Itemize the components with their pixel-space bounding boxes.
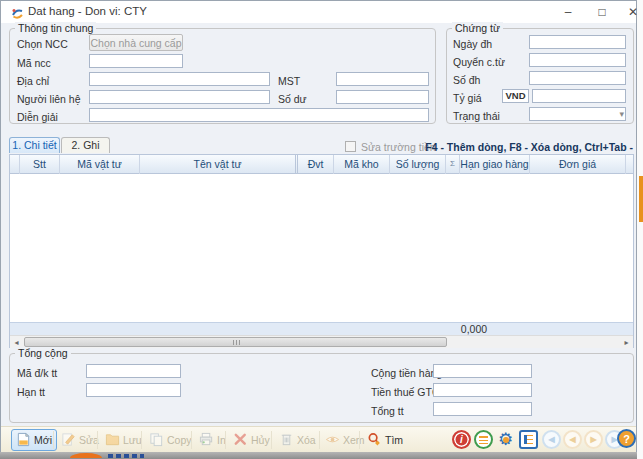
order-number-label: Số đh <box>453 74 480 86</box>
currency-box: VND <box>502 89 529 103</box>
document-legend: Chứng từ <box>452 22 503 34</box>
scroll-right-icon[interactable]: ▸ <box>620 336 633 349</box>
book-input[interactable] <box>529 53 626 67</box>
col-stt[interactable]: Stt <box>20 155 60 174</box>
save-button[interactable]: Lưu <box>101 429 146 451</box>
col-ma-vat-tu[interactable]: Mã vật tư <box>60 155 140 174</box>
order-date-label: Ngày đh <box>453 38 492 50</box>
chevron-down-icon: ▾ <box>619 108 624 121</box>
status-dropdown[interactable]: ▾ <box>529 107 626 121</box>
grid-summary-row: 0,000 <box>10 322 633 335</box>
printer-icon <box>199 432 214 449</box>
col-filler <box>626 155 633 174</box>
thumb-grip <box>233 340 240 345</box>
window-title: Dat hang - Don vi: CTY <box>28 5 147 17</box>
gear-icon[interactable]: ⚙ <box>496 430 515 449</box>
background-taskbar-strip <box>0 452 637 459</box>
general-info-legend: Thông tin chung <box>15 22 96 34</box>
row-indicator-header <box>10 155 20 174</box>
scrollbar-thumb[interactable] <box>24 337 447 347</box>
maximize-icon[interactable]: □ <box>589 1 615 23</box>
new-button[interactable]: Mới <box>11 429 57 451</box>
bottom-toolbar: Mới Sửa Lưu Copy In <box>1 426 636 452</box>
payment-term-code-label: Mã đ/k tt <box>17 367 57 379</box>
balance-label: Số dư <box>278 93 307 105</box>
tax-code-input[interactable] <box>336 72 429 86</box>
exchange-rate-input[interactable] <box>532 89 626 103</box>
payment-due-input[interactable] <box>86 383 181 397</box>
background-logo-swoosh <box>70 453 102 458</box>
payment-due-label: Hạn tt <box>17 386 45 398</box>
description-input[interactable] <box>89 108 429 122</box>
contact-person-label: Người liên hệ <box>17 93 81 105</box>
exchange-rate-label: Tỷ giá <box>453 92 482 104</box>
book-label: Quyển c.từ <box>453 56 505 68</box>
address-label: Địa chỉ <box>17 75 49 87</box>
contact-person-input[interactable] <box>89 90 270 104</box>
report-icon[interactable] <box>519 430 538 449</box>
address-input[interactable] <box>89 72 270 86</box>
totals-legend: Tổng cộng <box>15 347 71 359</box>
grand-total-label: Tổng tt <box>371 405 404 417</box>
view-button[interactable]: Xem <box>321 429 369 451</box>
background-logo-text <box>108 454 144 458</box>
eye-icon <box>325 432 340 449</box>
balance-input[interactable] <box>336 90 429 104</box>
tab-ghi-chu[interactable]: 2. Ghi chú <box>61 137 110 153</box>
col-ten-vat-tu[interactable]: Tên vật tư <box>140 155 298 174</box>
horizontal-scrollbar[interactable]: ◂ ▸ <box>10 335 633 348</box>
supplier-picker-label: Chọn NCC <box>17 38 68 50</box>
supplier-code-label: Mã ncc <box>17 57 51 69</box>
nav-first-icon[interactable]: ◀ <box>542 430 561 449</box>
edit-money-fields-checkbox[interactable] <box>345 141 356 152</box>
search-icon <box>367 432 382 449</box>
sigma-icon[interactable]: Σ <box>446 155 460 174</box>
tax-code-label: MST <box>278 75 300 87</box>
status-label: Trạng thái <box>453 110 500 122</box>
nav-prev-icon[interactable]: ◀ <box>563 430 582 449</box>
grand-total-input[interactable] <box>433 402 532 416</box>
goods-total-input[interactable] <box>433 364 532 378</box>
description-label: Diễn giải <box>17 111 58 123</box>
background-peek <box>637 0 643 459</box>
grid-body-empty[interactable] <box>10 174 633 322</box>
payment-term-code-input[interactable] <box>86 364 181 378</box>
trash-icon <box>279 432 294 449</box>
minimize-icon[interactable]: – <box>555 1 581 23</box>
copy-icon <box>149 432 164 449</box>
vat-amount-input[interactable] <box>433 383 532 397</box>
app-window: Dat hang - Don vi: CTY – □ ✕ Thông tin c… <box>0 0 637 452</box>
pencil-icon <box>61 432 76 449</box>
col-don-gia[interactable]: Đơn giá <box>530 155 626 174</box>
col-dvt[interactable]: Đvt <box>298 155 334 174</box>
background-orange-strip <box>639 176 643 222</box>
info-icon[interactable]: i <box>452 430 471 449</box>
red-x-icon <box>233 432 248 449</box>
folder-icon <box>105 432 120 449</box>
order-date-input[interactable] <box>529 35 626 49</box>
col-so-luong[interactable]: Số lượng <box>390 155 446 174</box>
edit-button[interactable]: Sửa <box>57 429 103 451</box>
col-han-giao-hang[interactable]: Hạn giao hàng <box>460 155 530 174</box>
screen: Dat hang - Don vi: CTY – □ ✕ Thông tin c… <box>0 0 643 459</box>
copy-button[interactable]: Copy <box>145 429 196 451</box>
col-ma-kho[interactable]: Mã kho <box>334 155 390 174</box>
nav-next-icon[interactable]: ▶ <box>584 430 603 449</box>
new-document-icon <box>16 432 31 449</box>
cancel-button[interactable]: Hủy <box>229 429 274 451</box>
find-button[interactable]: Tìm <box>363 429 407 451</box>
detail-grid: Stt Mã vật tư Tên vật tư Đvt Mã kho Số l… <box>9 154 634 348</box>
list-icon[interactable] <box>474 430 493 449</box>
delete-button[interactable]: Xóa <box>275 429 320 451</box>
order-number-input[interactable] <box>529 71 626 85</box>
grid-header-row: Stt Mã vật tư Tên vật tư Đvt Mã kho Số l… <box>10 155 633 174</box>
choose-supplier-button[interactable]: Chọn nhà cung cấp <box>89 34 183 51</box>
title-bar: Dat hang - Don vi: CTY – □ ✕ <box>1 1 636 23</box>
help-icon[interactable]: ? <box>617 429 636 448</box>
goods-total-label: Cộng tiền hàng <box>371 367 442 379</box>
tab-chi-tiet[interactable]: 1. Chi tiết <box>9 137 60 153</box>
supplier-code-input[interactable] <box>89 54 183 68</box>
